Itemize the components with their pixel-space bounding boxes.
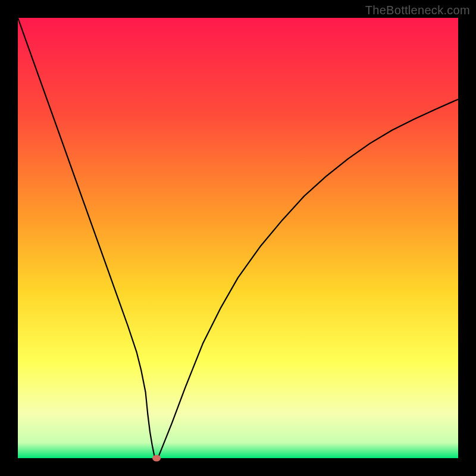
chart-background-gradient [18, 18, 458, 458]
optimal-point-marker [152, 455, 161, 462]
bottleneck-chart [0, 0, 476, 476]
chart-container [0, 0, 476, 476]
watermark-label: TheBottleneck.com [365, 4, 470, 17]
